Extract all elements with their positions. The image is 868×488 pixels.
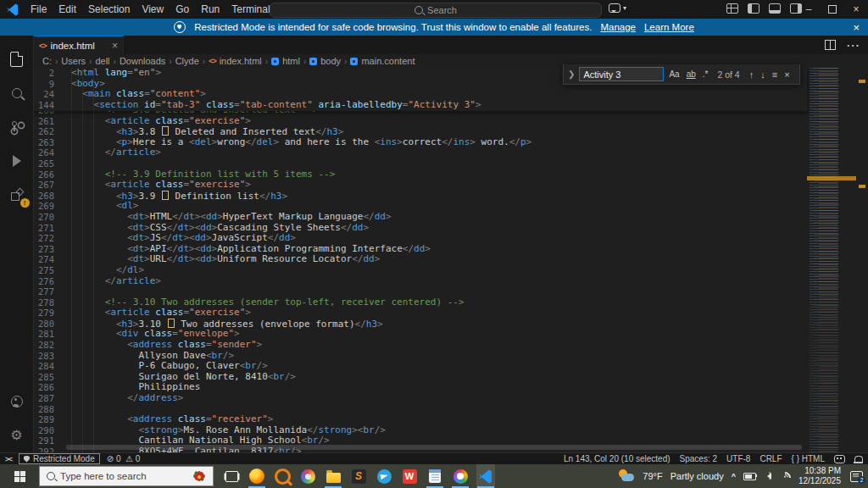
banner-close-icon[interactable]: × [853,21,860,34]
symbol-icon [309,58,317,65]
tab-close-icon[interactable]: × [112,40,118,52]
code-line[interactable]: 261 <article class="exercise"> [34,116,807,127]
notifications-bell-icon[interactable] [854,456,863,463]
find-input[interactable] [579,67,664,81]
maximize-button[interactable] [821,0,844,19]
tray-time: 10:38 PM [798,466,841,476]
code-line[interactable]: 274 <dt>URL</dt><dd>Uniform Resource Loc… [34,254,807,265]
taskbar-app-notepad[interactable] [426,464,444,488]
previous-match-icon[interactable]: ↑ [748,69,756,80]
copilot-status-icon[interactable] [834,455,845,463]
customize-layout-icon[interactable] [726,3,738,14]
taskbar-search-box[interactable]: Type here to search [39,466,214,486]
learn-more-link[interactable]: Learn More [644,22,694,32]
taskbar-app-paint[interactable] [298,464,317,488]
taskbar-apps: S W [222,464,495,488]
menu-selection[interactable]: Selection [82,3,136,15]
menu-terminal[interactable]: Terminal [225,3,275,15]
encoding-status[interactable]: UTF-8 [726,454,750,463]
taskbar-app-search-tool[interactable] [273,464,292,488]
find-in-selection-icon[interactable]: ≡ [771,69,779,80]
manage-link[interactable]: Manage [600,22,636,32]
regex-button[interactable]: .* [701,69,710,79]
problems-status[interactable]: ⊘ 0 ⚠ 0 [107,454,141,463]
horizontal-scrollbar[interactable] [66,445,802,450]
layout-controls [726,3,802,14]
split-editor-icon[interactable] [825,40,836,50]
eol-status[interactable]: CRLF [760,454,782,463]
wifi-icon[interactable] [776,469,793,486]
menu-view[interactable]: View [136,3,170,15]
code-line[interactable]: 144 <section id="tab-3" class="tab-conte… [34,100,807,111]
minimize-button[interactable]: – [797,0,821,19]
toggle-panel-icon[interactable] [769,3,781,14]
taskbar-app-file-explorer[interactable] [324,464,342,488]
battery-icon[interactable] [743,473,756,480]
menu-edit[interactable]: Edit [53,3,82,15]
sidebar-item-search[interactable] [0,76,34,110]
tab-index-html[interactable]: <> index.html × [34,36,124,54]
status-bar: >< Restricted Mode ⊘ 0 ⚠ 0 Ln 143, Col 2… [0,452,868,464]
overview-ruler[interactable] [856,68,868,452]
code-line[interactable]: 264 </article> [34,147,807,158]
sidebar-item-source-control[interactable] [0,110,34,144]
action-center-icon[interactable]: 2 [850,471,863,482]
code-line[interactable]: 267 <article class="exercise"> [34,180,807,191]
taskbar-app-vscode[interactable] [476,464,495,488]
menu-run[interactable]: Run [195,3,225,15]
remote-window-icon[interactable]: >< [5,455,12,463]
menu-go[interactable]: Go [170,3,195,15]
restricted-mode-status[interactable]: Restricted Mode [19,453,100,464]
breadcrumb-symbol-body[interactable]: body [320,56,341,66]
start-button[interactable] [0,464,39,488]
breadcrumb-symbol-main[interactable]: main.content [361,56,415,66]
minimap[interactable] [807,68,856,452]
close-button[interactable]: × [844,0,868,19]
sidebar-item-extensions[interactable]: ! [0,178,34,212]
close-find-icon[interactable]: × [782,69,791,80]
language-mode-status[interactable]: { } HTML [792,454,825,463]
tray-expand-icon[interactable]: ^ [732,472,736,480]
code-line[interactable]: 279 <article class="exercise"> [34,308,807,319]
breadcrumb-symbol-html[interactable]: html [282,56,300,66]
cursor-position-status[interactable]: Ln 143, Col 20 (10 selected) [564,454,670,463]
more-actions-icon[interactable]: ⋯ [846,37,860,53]
whole-word-button[interactable]: ab [685,69,698,79]
code-editor[interactable]: 2<html lang="en">9<body>24 <main class="… [34,68,868,452]
breadcrumb-users[interactable]: Users [61,56,86,66]
accounts-button[interactable] [0,385,34,419]
notepad-icon [429,469,441,483]
volume-icon[interactable] [764,473,771,480]
toggle-replace-icon[interactable]: ❯ [567,69,576,79]
taskbar-app-sharex[interactable]: S [349,464,368,488]
breadcrumb-dell[interactable]: dell [95,56,109,66]
weather-desc[interactable]: Partly cloudy [670,471,724,481]
breadcrumb-clyde[interactable]: Clyde [175,56,199,66]
task-view-button[interactable] [222,464,241,488]
match-case-button[interactable]: Aa [667,69,681,79]
breadcrumb-file[interactable]: index.html [220,56,262,66]
settings-button[interactable]: ⚙ [0,419,34,452]
code-line[interactable]: 268 <h3>3.9 Definition list</h3> [34,191,807,202]
breadcrumb-downloads[interactable]: Downloads [120,56,165,66]
copilot-chat-button[interactable]: ▾ [609,3,626,13]
taskbar-app-telegram[interactable] [375,464,393,488]
toggle-sidebar-icon[interactable] [748,3,760,14]
weather-icon[interactable] [618,469,635,483]
breadcrumb-drive[interactable]: C: [42,56,52,66]
command-center-search[interactable]: Search [270,3,602,18]
code-line[interactable]: 287 </address> [34,393,807,404]
code-area[interactable]: 260 <!-- 3.8 Deleted and Inserted text -… [34,111,807,452]
weather-temp[interactable]: 79°F [643,471,662,481]
next-match-icon[interactable]: ↓ [759,69,767,80]
taskbar-app-photos[interactable] [451,464,470,488]
sidebar-item-explorer[interactable] [0,42,34,76]
sidebar-item-run-debug[interactable] [0,144,34,178]
clock[interactable]: 10:38 PM 12/12/2025 [798,466,841,486]
menu-file[interactable]: File [25,3,53,15]
taskbar-app-firefox[interactable] [248,464,266,488]
extensions-warning-badge: ! [20,198,30,208]
taskbar-app-wps[interactable]: W [400,464,419,488]
code-line[interactable]: 276 </article> [34,276,807,287]
indentation-status[interactable]: Spaces: 2 [680,454,717,463]
